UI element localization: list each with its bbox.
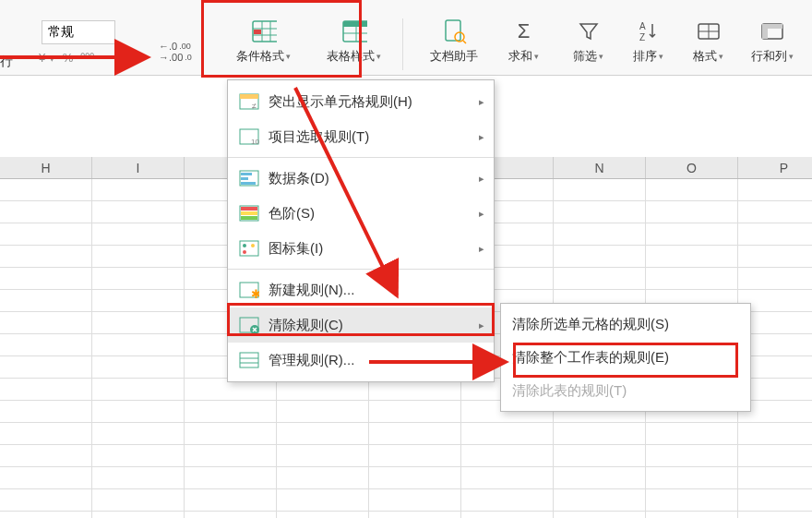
grid-cell[interactable] [369, 489, 461, 511]
grid-cell[interactable] [369, 467, 461, 488]
sort-button[interactable]: AZ 排序▾ [627, 18, 669, 72]
grid-cell[interactable] [0, 334, 92, 355]
grid-cell[interactable] [738, 467, 812, 488]
grid-cell[interactable] [0, 445, 92, 466]
grid-cell[interactable] [554, 512, 646, 518]
col-header[interactable]: H [0, 157, 92, 178]
col-header[interactable]: P [738, 157, 812, 178]
grid-cell[interactable] [185, 401, 277, 422]
grid-cell[interactable] [0, 223, 92, 245]
grid-cell[interactable] [92, 379, 185, 400]
grid-cell[interactable] [738, 179, 812, 200]
grid-cell[interactable] [738, 445, 812, 466]
grid-cell[interactable] [646, 179, 738, 200]
percent-icon[interactable]: % [63, 51, 74, 65]
grid-cell[interactable] [185, 512, 277, 518]
grid-cell[interactable] [554, 201, 646, 223]
grid-cell[interactable] [0, 201, 92, 223]
sum-button[interactable]: Σ 求和▾ [503, 18, 544, 72]
grid-cell[interactable] [646, 467, 738, 488]
grid-cell[interactable] [185, 489, 277, 511]
grid-cell[interactable] [92, 223, 185, 245]
grid-cell[interactable] [92, 312, 185, 333]
grid-cell[interactable] [738, 268, 812, 289]
grid-cell[interactable] [92, 467, 185, 488]
menu-color-scales[interactable]: 色阶(S)▸ [228, 196, 494, 231]
grid-cell[interactable] [646, 246, 738, 267]
grid-row[interactable] [0, 467, 812, 489]
menu-clear-rules[interactable]: 清除规则(C)▸ [228, 307, 494, 343]
grid-cell[interactable] [0, 356, 92, 378]
grid-cell[interactable] [92, 489, 185, 511]
grid-cell[interactable] [92, 290, 185, 311]
grid-cell[interactable] [369, 423, 461, 444]
grid-cell[interactable] [0, 489, 92, 511]
filter-button[interactable]: 筛选▾ [567, 18, 609, 72]
grid-cell[interactable] [554, 246, 646, 267]
grid-cell[interactable] [461, 467, 554, 488]
grid-cell[interactable] [554, 445, 646, 466]
grid-cell[interactable] [0, 423, 92, 444]
grid-cell[interactable] [92, 423, 185, 444]
grid-row[interactable] [0, 489, 812, 512]
grid-cell[interactable] [185, 445, 277, 466]
grid-cell[interactable] [554, 223, 646, 245]
grid-cell[interactable] [369, 401, 461, 422]
table-style-button[interactable]: 表格样式▾ [321, 18, 387, 72]
doc-helper-button[interactable]: 文档助手 [424, 18, 484, 72]
grid-cell[interactable] [0, 179, 92, 200]
col-header[interactable]: N [554, 157, 646, 178]
grid-cell[interactable] [646, 268, 738, 289]
grid-cell[interactable] [646, 423, 738, 444]
grid-cell[interactable] [554, 467, 646, 488]
grid-cell[interactable] [646, 201, 738, 223]
grid-cell[interactable] [738, 423, 812, 444]
grid-cell[interactable] [92, 334, 185, 355]
grid-cell[interactable] [369, 445, 461, 466]
thousands-icon[interactable]: ⁰⁰⁰ [80, 51, 94, 65]
grid-cell[interactable] [646, 489, 738, 511]
conditional-format-button[interactable]: 条件格式▾ [231, 18, 296, 72]
grid-cell[interactable] [185, 423, 277, 444]
grid-cell[interactable] [646, 445, 738, 466]
increase-decimal-button[interactable]: →.00.0 [159, 52, 192, 63]
grid-cell[interactable] [0, 312, 92, 333]
grid-cell[interactable] [0, 268, 92, 289]
grid-cell[interactable] [277, 401, 369, 422]
grid-cell[interactable] [92, 246, 185, 267]
grid-cell[interactable] [92, 201, 185, 223]
grid-cell[interactable] [0, 401, 92, 422]
grid-cell[interactable] [92, 179, 185, 200]
menu-manage-rules[interactable]: 管理规则(R)... [228, 343, 494, 378]
grid-cell[interactable] [554, 268, 646, 289]
menu-top-bottom[interactable]: 10 项目选取规则(T)▸ [228, 119, 494, 154]
grid-row[interactable] [0, 423, 812, 445]
grid-cell[interactable] [92, 401, 185, 422]
grid-cell[interactable] [646, 512, 738, 518]
grid-cell[interactable] [738, 246, 812, 267]
menu-icon-sets[interactable]: 图标集(I)▸ [228, 231, 494, 266]
grid-cell[interactable] [0, 379, 92, 400]
grid-cell[interactable] [369, 512, 461, 518]
grid-cell[interactable] [738, 489, 812, 511]
grid-cell[interactable] [185, 467, 277, 488]
grid-cell[interactable] [277, 467, 369, 488]
grid-cell[interactable] [277, 445, 369, 466]
grid-row[interactable] [0, 445, 812, 467]
clear-entire-sheet-rules[interactable]: 清除整个工作表的规则(E) [501, 341, 750, 374]
grid-cell[interactable] [0, 512, 92, 518]
grid-cell[interactable] [461, 512, 554, 518]
grid-cell[interactable] [738, 223, 812, 245]
grid-cell[interactable] [92, 356, 185, 378]
grid-cell[interactable] [461, 445, 554, 466]
col-header[interactable]: I [92, 157, 185, 178]
grid-cell[interactable] [92, 512, 185, 518]
grid-cell[interactable] [738, 201, 812, 223]
decrease-decimal-button[interactable]: ←.0.00 [159, 41, 192, 52]
number-format-selector[interactable]: 常规 [42, 20, 115, 44]
grid-cell[interactable] [277, 423, 369, 444]
grid-cell[interactable] [646, 223, 738, 245]
menu-data-bars[interactable]: 数据条(D)▸ [228, 161, 494, 196]
grid-row[interactable] [0, 512, 812, 518]
grid-cell[interactable] [0, 246, 92, 267]
